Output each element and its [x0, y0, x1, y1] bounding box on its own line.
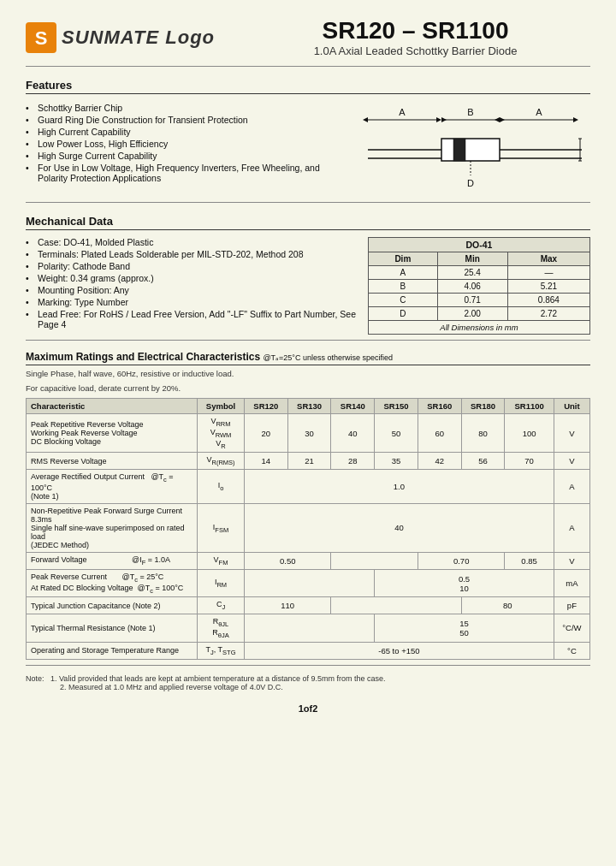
- sr120-col-header: SR120: [245, 399, 288, 414]
- unit-rth: °C/W: [554, 614, 589, 643]
- diode-diagram: A B A: [359, 103, 582, 197]
- dim-a: A: [369, 266, 438, 280]
- mechanical-list-col: Case: DO-41, Molded Plastic Terminals: P…: [26, 237, 359, 335]
- mechanical-section: Mechanical Data Case: DO-41, Molded Plas…: [26, 215, 590, 335]
- dimension-table: Dim Min Max A 25.4 — B 4.06 5.21: [368, 252, 590, 335]
- svg-text:B: B: [467, 107, 473, 117]
- table-row: B 4.06 5.21: [369, 280, 590, 294]
- svg-marker-6: [363, 117, 368, 122]
- dim-note: All Dimensions in mm: [369, 321, 590, 335]
- unit-rms: V: [554, 453, 589, 470]
- svg-text:D: D: [467, 178, 474, 188]
- dim-d: D: [369, 307, 438, 321]
- feature-item-4: Low Power Loss, High Efficiency: [26, 139, 342, 149]
- ratings-note-2: For capacitive load, derate current by 2…: [26, 383, 590, 393]
- table-row: D 2.00 2.72: [369, 307, 590, 321]
- val-1100-rms: 70: [505, 453, 554, 470]
- feature-item-2: Guard Ring Die Construction for Transien…: [26, 115, 342, 125]
- unit-cj: pF: [554, 597, 589, 614]
- dim-col-header: Dim: [369, 252, 438, 266]
- char-col-header: Characteristic: [27, 399, 198, 414]
- page-number: 1of2: [26, 703, 590, 714]
- part-number-block: SR120 – SR1100 1.0A Axial Leaded Schottk…: [240, 17, 590, 57]
- sr140-col-header: SR140: [331, 399, 375, 414]
- mech-item-2: Terminals: Plated Leads Solderable per M…: [26, 249, 359, 259]
- mech-item-5: Mounting Position: Any: [26, 285, 359, 295]
- char-vf: Forward Voltage @IF = 1.0A: [27, 552, 198, 569]
- char-rth: Typical Thermal Resistance (Note 1): [27, 614, 198, 643]
- sr130-col-header: SR130: [287, 399, 331, 414]
- val-mid-cj: [331, 597, 461, 614]
- val-180-rrv: 80: [461, 414, 505, 453]
- logo: S SUNMATE Logo: [26, 22, 215, 53]
- svg-rect-16: [441, 139, 500, 161]
- features-section: Features Schottky Barrier Chip Guard Rin…: [26, 79, 590, 197]
- val-1100-rrv: 100: [505, 414, 554, 453]
- diode-diagram-col: A B A: [351, 103, 590, 197]
- table-row: Operating and Storage Temperature Range …: [27, 642, 590, 659]
- sym-vf: VFM: [198, 552, 245, 569]
- sym-ir: IRM: [198, 569, 245, 597]
- svg-marker-7: [436, 117, 441, 122]
- unit-vf: V: [554, 552, 589, 569]
- footer-notes: Note: 1. Valid provided that leads are k…: [26, 674, 590, 691]
- max-b: 5.21: [507, 280, 589, 294]
- val-rth-low: [245, 614, 375, 643]
- table-row: RMS Reverse Voltage VR(RMS) 14 21 28 35 …: [27, 453, 590, 470]
- sym-surge: IFSM: [198, 503, 245, 552]
- svg-text:A: A: [536, 107, 542, 117]
- max-col-header: Max: [507, 252, 589, 266]
- val-180-cj: 80: [461, 597, 554, 614]
- val-ir: 0.510: [375, 569, 554, 597]
- val-io: 1.0: [245, 470, 554, 504]
- table-row: Peak Reverse Current @Tc = 25°CAt Rated …: [27, 569, 590, 597]
- ratings-section: Maximum Ratings and Electrical Character…: [26, 351, 590, 660]
- val-160-vf: 0.70: [418, 552, 504, 569]
- sr180-col-header: SR180: [461, 399, 505, 414]
- mech-item-4: Weight: 0.34 grams (approx.): [26, 273, 359, 283]
- max-c: 0.864: [507, 294, 589, 307]
- val-140-vf: [331, 552, 418, 569]
- footer-note-2: 2. Measured at 1.0 MHz and applied rever…: [60, 683, 283, 691]
- val-120-rrv: 20: [245, 414, 288, 453]
- val-rth: 1550: [375, 614, 554, 643]
- val-ir-low: [245, 569, 375, 597]
- unit-col-header: Unit: [554, 399, 589, 414]
- svg-marker-10: [495, 117, 500, 122]
- table-row: Average Rectified Output Current @Tc = 1…: [27, 470, 590, 504]
- min-b: 4.06: [437, 280, 507, 294]
- svg-marker-13: [573, 117, 578, 122]
- sym-rth: RθJLRθJA: [198, 614, 245, 643]
- val-150-rms: 35: [375, 453, 418, 470]
- val-150-rrv: 50: [375, 414, 418, 453]
- table-row: Forward Voltage @IF = 1.0A VFM 0.50 0.70…: [27, 552, 590, 569]
- val-180-rms: 56: [461, 453, 505, 470]
- min-d: 2.00: [437, 307, 507, 321]
- svg-text:S: S: [35, 27, 48, 49]
- part-description: 1.0A Axial Leaded Schottky Barrier Diode: [240, 44, 590, 57]
- do41-label: DO-41: [368, 237, 590, 252]
- max-a: —: [507, 266, 589, 280]
- val-140-rms: 28: [331, 453, 375, 470]
- val-120-cj: 110: [245, 597, 331, 614]
- val-140-rrv: 40: [331, 414, 375, 453]
- features-title: Features: [26, 79, 590, 94]
- mechanical-divider: [26, 340, 590, 341]
- sym-io: Io: [198, 470, 245, 504]
- char-rrv: Peak Repetitive Reverse VoltageWorking P…: [27, 414, 198, 453]
- ratings-title: Maximum Ratings and Electrical Character…: [26, 351, 590, 365]
- char-io: Average Rectified Output Current @Tc = 1…: [27, 470, 198, 504]
- mech-item-3: Polarity: Cathode Band: [26, 261, 359, 271]
- sym-rrv: VRRMVRWMVR: [198, 414, 245, 453]
- table-row: Peak Repetitive Reverse VoltageWorking P…: [27, 414, 590, 453]
- logo-icon: S: [26, 22, 56, 53]
- min-c: 0.71: [437, 294, 507, 307]
- char-rms: RMS Reverse Voltage: [27, 453, 198, 470]
- table-row: A 25.4 —: [369, 266, 590, 280]
- svg-marker-9: [441, 117, 447, 122]
- char-cj: Typical Junction Capacitance (Note 2): [27, 597, 198, 614]
- note-label: Note:: [26, 674, 49, 683]
- feature-item-5: High Surge Current Capability: [26, 151, 342, 161]
- feature-item-3: High Current Capability: [26, 127, 342, 137]
- sym-temp: TJ, TSTG: [198, 642, 245, 659]
